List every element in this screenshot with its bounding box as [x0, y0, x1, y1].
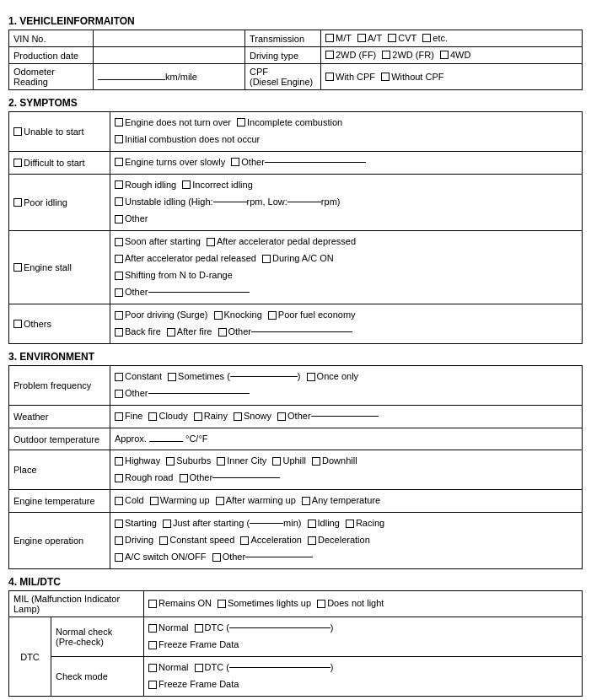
prod-date-value [94, 47, 245, 64]
does-not-light-cb[interactable] [317, 600, 325, 608]
snowy-cb[interactable] [234, 412, 242, 421]
other-stall-cb[interactable] [115, 288, 123, 297]
place-label: Place [9, 450, 110, 490]
other-freq-cb[interactable] [115, 390, 123, 398]
highway-cb[interactable] [115, 457, 123, 466]
symptoms-table: Unable to start Engine does not turn ove… [8, 111, 583, 344]
prob-freq-options: Constant Sometimes () Once only Other [110, 366, 583, 406]
initial-combustion-cb[interactable] [115, 135, 123, 143]
odometer-label: OdometerReading [9, 64, 94, 90]
after-warming-cb[interactable] [216, 497, 224, 505]
after-accel-rel-cb[interactable] [115, 255, 123, 263]
check-mode-normal-cb[interactable] [148, 664, 157, 672]
incorrect-idling-cb[interactable] [182, 180, 191, 189]
poor-idling-options: Rough idling Incorrect idling Unstable i… [110, 175, 583, 231]
uphill-cb[interactable] [272, 457, 281, 466]
rainy-cb[interactable] [194, 412, 202, 421]
with-cpf-checkbox[interactable] [325, 73, 334, 81]
unable-to-start-options: Engine does not turn over Incomplete com… [110, 112, 583, 152]
constant-cb[interactable] [115, 373, 123, 381]
ac-switch-cb[interactable] [115, 553, 123, 562]
normal-check-dtc-cb[interactable] [195, 624, 203, 633]
driving-type-options: 2WD (FF) 2WD (FR) 4WD [321, 47, 583, 64]
cpf-options: With CPF Without CPF [321, 64, 583, 90]
unstable-idling-cb[interactable] [115, 197, 123, 206]
section-3-title: 3. ENVIRONMENT [8, 351, 583, 363]
deceleration-cb[interactable] [308, 536, 316, 545]
poor-idling-checkbox[interactable] [13, 198, 22, 207]
outdoor-temp-value: Approx. °C/°F [110, 428, 583, 450]
just-after-starting-cb[interactable] [163, 520, 171, 528]
2wd-ff-checkbox[interactable] [325, 51, 334, 59]
outdoor-temp-label: Outdoor temperature [9, 428, 110, 450]
poor-fuel-cb[interactable] [268, 311, 277, 320]
unable-to-start-label: Unable to start [9, 112, 110, 152]
other-idling-cb[interactable] [115, 215, 123, 223]
normal-check-normal-cb[interactable] [148, 624, 157, 633]
remains-on-cb[interactable] [148, 600, 157, 608]
rough-idling-cb[interactable] [115, 180, 123, 189]
weather-options: Fine Cloudy Rainy Snowy Other [110, 406, 583, 428]
place-options: Highway Suburbs Inner City Uphill Downhi… [110, 450, 583, 490]
cvt-checkbox[interactable] [388, 34, 396, 42]
after-accel-dep-cb[interactable] [207, 238, 215, 246]
difficult-start-options: Engine turns over slowly Other [110, 152, 583, 175]
any-temp-cb[interactable] [302, 497, 310, 505]
engine-op-label: Engine operation [9, 513, 110, 569]
other-others-cb[interactable] [218, 328, 227, 337]
cloudy-cb[interactable] [148, 412, 157, 421]
racing-cb[interactable] [346, 520, 354, 528]
without-cpf-checkbox[interactable] [381, 73, 390, 81]
soon-after-cb[interactable] [115, 238, 123, 246]
2wd-fr-checkbox[interactable] [382, 51, 390, 59]
at-checkbox[interactable] [357, 34, 366, 42]
others-checkbox[interactable] [13, 320, 22, 328]
downhill-cb[interactable] [312, 457, 320, 466]
during-ac-cb[interactable] [262, 255, 271, 263]
suburbs-cb[interactable] [166, 457, 175, 466]
vin-label: VIN No. [9, 30, 94, 47]
idling-cb[interactable] [308, 520, 316, 528]
constant-speed-cb[interactable] [159, 536, 168, 545]
cpf-label: CPF(Diesel Engine) [245, 64, 321, 90]
sometimes-cb[interactable] [168, 373, 176, 381]
prob-freq-label: Problem frequency [9, 366, 110, 406]
rough-road-cb[interactable] [115, 474, 123, 482]
other-difficult-cb[interactable] [231, 158, 239, 166]
4wd-checkbox[interactable] [440, 51, 449, 59]
etc-checkbox[interactable] [422, 34, 431, 42]
driving-cb[interactable] [115, 536, 123, 545]
engine-stall-checkbox[interactable] [13, 263, 22, 272]
warming-up-cb[interactable] [150, 497, 158, 505]
sometimes-lights-cb[interactable] [218, 600, 226, 608]
check-mode-label: Check mode [51, 657, 144, 697]
mt-checkbox[interactable] [325, 34, 334, 42]
n-to-d-cb[interactable] [115, 272, 123, 280]
incomplete-combustion-cb[interactable] [237, 118, 245, 127]
environment-table: Problem frequency Constant Sometimes () … [8, 365, 583, 569]
other-op-cb[interactable] [212, 553, 221, 562]
acceleration-cb[interactable] [240, 536, 249, 545]
engine-temp-label: Engine temperature [9, 490, 110, 513]
unable-start-checkbox[interactable] [13, 127, 22, 136]
vin-value [94, 30, 245, 47]
check-mode-freeze-cb[interactable] [148, 681, 157, 689]
difficult-start-checkbox[interactable] [13, 159, 22, 167]
once-only-cb[interactable] [307, 373, 315, 381]
turns-slowly-cb[interactable] [115, 158, 123, 166]
cold-cb[interactable] [115, 497, 123, 505]
knocking-cb[interactable] [214, 311, 223, 320]
no-turn-over-cb[interactable] [115, 118, 123, 127]
other-place-cb[interactable] [180, 474, 188, 482]
poor-driving-cb[interactable] [115, 311, 123, 320]
inner-city-cb[interactable] [217, 457, 225, 466]
back-fire-cb[interactable] [115, 328, 123, 337]
check-mode-dtc-cb[interactable] [195, 664, 203, 672]
normal-check-freeze-cb[interactable] [148, 641, 157, 649]
mil-dtc-table: MIL (Malfunction Indicator Lamp) Remains… [8, 590, 583, 697]
transmission-options: M/T A/T CVT etc. [321, 30, 583, 47]
other-weather-cb[interactable] [277, 412, 286, 421]
after-fire-cb[interactable] [167, 328, 175, 337]
starting-cb[interactable] [115, 520, 123, 528]
fine-cb[interactable] [115, 412, 123, 421]
